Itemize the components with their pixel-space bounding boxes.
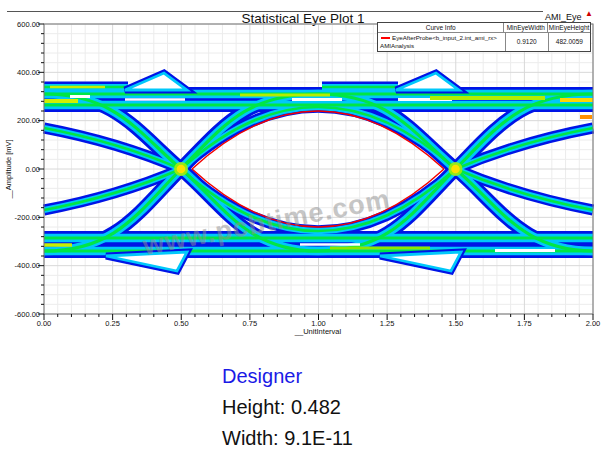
x-tick-label: 2.00 (586, 319, 601, 328)
designer-label: Designer (222, 361, 353, 392)
y-tick-label: 200.00 (0, 116, 40, 125)
eye-diagram-canvas[interactable] (0, 0, 606, 345)
eye-width-text: Width: 9.1E-11 (222, 423, 353, 454)
x-tick-label: 0.75 (243, 319, 258, 328)
legend-curve-cell: EyeAfterProbe<b_input_2.int_ami_rx> AMIA… (378, 33, 505, 50)
legend-header-min-eye-width: MinEyeWidth (503, 23, 547, 32)
min-eye-height-value: 482.0059 (548, 33, 590, 50)
y-tick-label: -200.00 (0, 213, 40, 222)
x-tick-label: 0.25 (105, 319, 120, 328)
legend-data-row: EyeAfterProbe<b_input_2.int_ami_rx> AMIA… (378, 33, 590, 50)
legend-header-min-eye-height: MinEyeHeight (547, 23, 590, 32)
y-tick-label: -400.00 (0, 261, 40, 270)
eye-plot-window: Statistical Eye Plot 1 AMI_Eye ▲ (0, 0, 606, 468)
annotation-block: Designer Height: 0.482 Width: 9.1E-11 (222, 361, 353, 454)
eye-height-text: Height: 0.482 (222, 392, 353, 423)
legend-header-curve-info: Curve Info (378, 23, 503, 32)
legend-table[interactable]: Curve Info MinEyeWidth MinEyeHeight EyeA… (377, 22, 591, 52)
x-axis-title: __UnitInterval (295, 327, 341, 336)
x-tick-label: 1.50 (448, 319, 463, 328)
y-tick-label: 400.00 (0, 68, 40, 77)
x-tick-label: 0.50 (174, 319, 189, 328)
x-tick-label: 1.75 (517, 319, 532, 328)
curve-color-swatch (381, 37, 390, 39)
min-eye-width-value: 0.9120 (505, 33, 548, 50)
y-axis-title: __Amplitude [mV] (4, 139, 13, 198)
curve-dataset: AMIAnalysis (380, 42, 504, 49)
y-tick-label: -600.00 (0, 310, 40, 319)
x-tick-label: 1.25 (380, 319, 395, 328)
curve-name: EyeAfterProbe<b_input_2.int_ami_rx> (392, 34, 497, 41)
x-tick-label: 0.00 (37, 319, 52, 328)
y-tick-label: 600.00 (0, 20, 40, 29)
legend-header-row: Curve Info MinEyeWidth MinEyeHeight (378, 23, 590, 33)
